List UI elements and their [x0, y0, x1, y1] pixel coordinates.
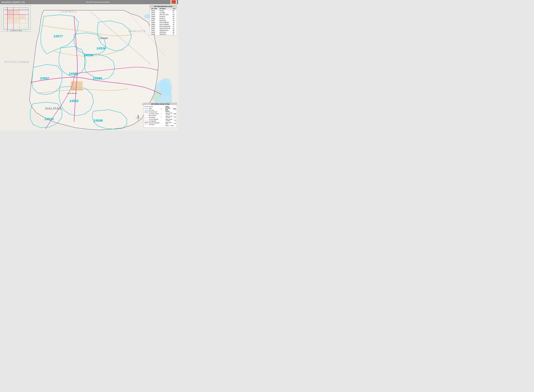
svg-marker-114	[139, 117, 142, 118]
svg-text:MAPS: MAPS	[172, 2, 175, 4]
svg-rect-108	[8, 19, 13, 23]
zip-name-cell: SOUTH BOSTON	[158, 25, 172, 28]
county-hwy-icon	[145, 119, 148, 119]
us-hwy-icon	[145, 121, 148, 121]
zip-code-cell: 24534	[150, 12, 158, 14]
zip-loc-cell: F7	[172, 25, 177, 28]
table-row: 24558HALIFAXF6	[150, 18, 177, 20]
legend-city-50k: • Cities 50,000 - 99,999 •City	[161, 112, 176, 115]
zip-name-cell: VIRGILINA	[158, 31, 172, 33]
city-50k-symbol: •City	[173, 113, 176, 114]
svg-text:N: N	[138, 115, 138, 117]
legend-city-25k: • Cities 25,000 - 49,999 •City	[161, 116, 176, 118]
zip-name-cell: HALIFAX	[158, 16, 172, 18]
city-25k-icon: •	[161, 116, 165, 118]
zip-name-cell: SOUTH BOSTON	[158, 28, 172, 29]
city-25k-symbol: •City	[173, 116, 176, 118]
primary-line-icon	[145, 112, 148, 112]
map-container: HALIFAX COUNTY, VA 2021 ZIP Code Premium…	[0, 0, 178, 131]
legend-city-100k: • Cities 100,000 and Above •City	[161, 106, 176, 112]
svg-rect-105	[8, 15, 13, 19]
city-1k-symbol: ...	[174, 125, 176, 126]
city-10k-icon: ·	[161, 119, 165, 121]
svg-text:Market: Market	[172, 1, 175, 2]
zip-name-cell: CRYSTAL HILL	[158, 14, 172, 16]
interstate-icon	[145, 123, 148, 123]
svg-rect-104	[14, 10, 19, 14]
zip-index-title: ZIP Code Index/Grid Locator	[150, 5, 177, 8]
table-row: 24592SOUTH BOSTONB1	[150, 28, 177, 29]
col-header-name: ZIP Name	[158, 8, 172, 10]
inset-map: South Boston Detail	[1, 5, 31, 32]
svg-marker-9	[29, 10, 158, 130]
zip-loc-cell: E9	[172, 10, 177, 12]
legend-state-label: State	[149, 108, 152, 109]
legend-city-25k-label: Cities 25,000 - 49,999	[165, 116, 172, 118]
legend-county-hwy: County Highways	[145, 118, 160, 120]
legend-secondary: Secondary Streets	[145, 113, 160, 114]
legend-zip: ZIP Code	[145, 109, 160, 111]
legend-city-10k-label: Cities 10,000 - 24,999	[165, 119, 173, 121]
legend-content: County State ZIP Code Primary Streets Se…	[144, 105, 177, 128]
zip-index-table: ZIP Code Index/Grid Locator ZIP Code ZIP…	[150, 5, 177, 35]
svg-marker-113	[138, 119, 138, 121]
legend-city-1k-label: Cities 1 - 4,999	[165, 125, 173, 126]
svg-rect-107	[20, 15, 25, 19]
city-1k-icon: ...	[161, 125, 165, 126]
zip-name-cell: ALTON	[158, 10, 172, 12]
city-100k-icon: •	[161, 108, 165, 110]
table-row: 24598VIRGILINAB2	[150, 31, 177, 33]
table-row: 24592SOUTH BOSTONF7	[150, 25, 177, 28]
zip-name-cell: CLOVER	[158, 12, 172, 14]
zip-loc-cell: F6	[172, 18, 177, 20]
table-row: 24520ALTONE9	[150, 10, 177, 12]
col-header-zip: ZIP Code	[150, 8, 158, 10]
svg-rect-106	[14, 15, 19, 19]
svg-text:24592: 24592	[69, 99, 79, 103]
secondary-line-icon	[145, 114, 148, 114]
zip-name-cell: VIRGILINA	[158, 33, 172, 35]
svg-marker-115	[135, 117, 137, 118]
legend-state: State	[145, 108, 160, 109]
zip-code-cell: 24598	[150, 31, 158, 33]
svg-rect-103	[8, 10, 13, 14]
table-row: 24589SCOTTSBURGC1	[150, 22, 177, 23]
zip-loc-cell: G4	[172, 14, 177, 16]
zip-code-cell: 24520	[150, 10, 158, 12]
legend-primary-label: Primary Streets	[149, 111, 157, 113]
zip-line-icon	[145, 110, 148, 110]
zip-code-cell: 24577	[150, 20, 158, 22]
zip-code-cell: 24592	[150, 28, 158, 29]
legend-exit-label: Exit Ramps	[149, 117, 155, 118]
svg-text:CHARLOTTE: CHARLOTTE	[128, 30, 146, 33]
legend-zip-label: ZIP Code	[149, 109, 154, 111]
legend-city-1k: ... Cities 1 - 4,999 ...	[161, 125, 176, 126]
zip-code-cell: 24558	[150, 16, 158, 18]
svg-text:CAMPBELL: CAMPBELL	[60, 10, 77, 13]
zip-name-cell: HALIFAX	[158, 18, 172, 20]
legend-us-hwy-label: US Highways	[149, 120, 156, 122]
zip-loc-cell: I8	[172, 33, 177, 35]
table-row: 24539CRYSTAL HILLG4	[150, 14, 177, 16]
svg-point-116	[138, 117, 138, 118]
legend-county-hwy-label: County Highways	[149, 118, 158, 120]
city-5k-icon: ·	[161, 123, 165, 124]
zip-name-cell: NATHALIE	[158, 20, 172, 22]
legend-secondary-label: Secondary Streets	[149, 113, 159, 114]
legend-city-5k: · Cities 5,000 - 9,999 City	[161, 122, 176, 125]
svg-text:24558: 24558	[69, 72, 78, 76]
col-header-loc: LOC	[172, 8, 177, 10]
legend-city-10k: · Cities 10,000 - 24,999 City	[161, 119, 176, 121]
legend-toll: Toll Roads	[145, 124, 160, 125]
logo: Market MAPS	[171, 0, 177, 4]
svg-text:24589: 24589	[93, 76, 102, 80]
city-10k-symbol: City	[174, 119, 176, 121]
legend-exit: Exit Ramps	[145, 117, 160, 118]
legend: 2021 Halifax County, VA Map County State…	[144, 103, 177, 128]
legend-county: County	[145, 106, 160, 107]
zip-code-cell: 24589	[150, 22, 158, 23]
svg-text:PITTSYLVANIA: PITTSYLVANIA	[5, 61, 29, 64]
svg-text:24597: 24597	[40, 76, 49, 80]
legend-us-hwy: US Highways	[145, 120, 160, 122]
svg-rect-109	[14, 19, 19, 23]
